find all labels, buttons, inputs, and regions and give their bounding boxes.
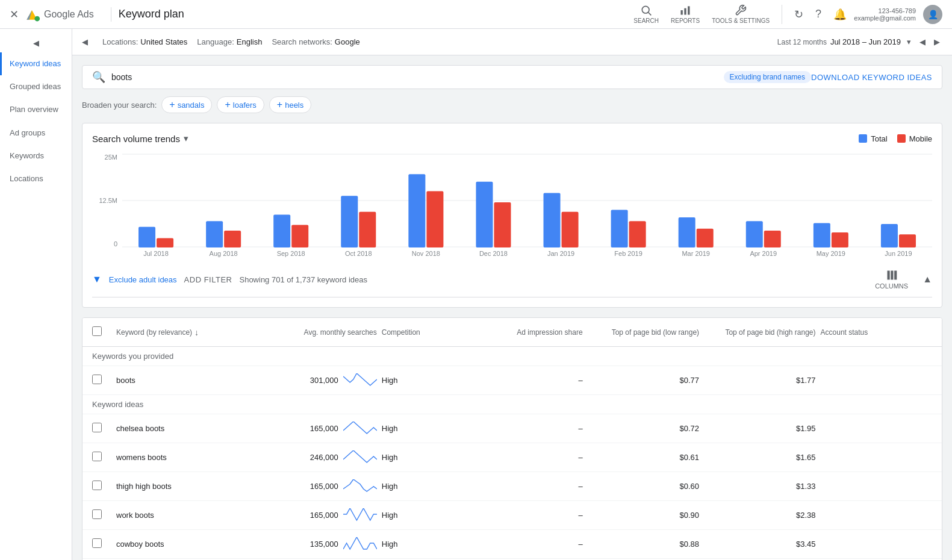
th-top-bid-low[interactable]: Top of page bid (low range) bbox=[588, 328, 704, 337]
row-checkbox[interactable] bbox=[92, 538, 102, 548]
refresh-button[interactable]: ↻ bbox=[789, 3, 808, 26]
row-checkbox[interactable] bbox=[92, 375, 102, 384]
reports-nav-button[interactable]: REPORTS bbox=[666, 2, 705, 26]
chart-title-text: Search volume trends bbox=[92, 134, 180, 144]
search-nav-button[interactable]: SEARCH bbox=[629, 2, 664, 26]
th-keyword[interactable]: Keyword (by relevance) ↓ bbox=[116, 328, 265, 337]
sidebar: ◀ Keyword ideas Grouped ideas Plan overv… bbox=[0, 29, 72, 560]
top-bid-high-cell: $1.77 bbox=[704, 376, 820, 385]
broaden-chip-heels[interactable]: + heels bbox=[269, 96, 311, 113]
chart-legend: Total Mobile bbox=[859, 134, 932, 143]
sidebar-item-keywords[interactable]: Keywords bbox=[0, 145, 72, 167]
competition-cell: High bbox=[382, 482, 471, 491]
top-bid-high-cell: $1.33 bbox=[704, 482, 820, 491]
excluding-badge[interactable]: Excluding brand names bbox=[724, 71, 811, 83]
row-checkbox[interactable] bbox=[92, 452, 102, 461]
competition-cell: High bbox=[382, 511, 471, 520]
collapse-chart-button[interactable]: ▲ bbox=[922, 274, 932, 285]
tools-nav-button[interactable]: TOOLS & SETTINGS bbox=[707, 2, 774, 26]
keyword-cell: thigh high boots bbox=[116, 482, 265, 491]
sparkline bbox=[343, 422, 377, 436]
keyword-search-input[interactable] bbox=[111, 72, 724, 82]
avg-monthly-cell: 135,000 bbox=[265, 537, 381, 552]
account-info: 123-456-789 example@gmail.com bbox=[854, 7, 916, 22]
search-networks-label: Search networks: bbox=[272, 37, 332, 46]
th-account-status[interactable]: Account status bbox=[821, 328, 932, 337]
row-checkbox[interactable] bbox=[92, 423, 102, 432]
row-checkbox[interactable] bbox=[92, 509, 102, 519]
secondary-collapse-button[interactable]: ◀ bbox=[82, 37, 88, 46]
sidebar-item-locations[interactable]: Locations bbox=[0, 167, 72, 190]
avg-monthly-cell: 165,000 bbox=[265, 479, 381, 494]
locations-value: United States bbox=[140, 37, 187, 46]
th-competition[interactable]: Competition bbox=[382, 328, 471, 337]
table-row: cowboy boots 135,000 High – $0.88 $3.45 bbox=[82, 530, 942, 559]
svg-rect-25 bbox=[611, 210, 628, 247]
date-dropdown-button[interactable]: ▾ bbox=[904, 35, 913, 49]
notifications-button[interactable]: 🔔 bbox=[829, 3, 851, 26]
row-checkbox-cell[interactable] bbox=[92, 509, 116, 521]
download-keyword-ideas-button[interactable]: DOWNLOAD KEYWORD IDEAS bbox=[811, 73, 932, 82]
header-checkbox[interactable] bbox=[92, 326, 116, 338]
svg-rect-14 bbox=[224, 231, 241, 247]
svg-line-4 bbox=[649, 13, 652, 16]
row-checkbox-cell[interactable] bbox=[92, 452, 116, 463]
content-area: ◀ Locations: United States Language: Eng… bbox=[72, 29, 952, 560]
sidebar-item-ad-groups[interactable]: Ad groups bbox=[0, 122, 72, 145]
svg-rect-29 bbox=[746, 221, 763, 247]
sidebar-item-grouped-ideas[interactable]: Grouped ideas bbox=[0, 75, 72, 98]
x-label: Dec 2018 bbox=[459, 250, 527, 262]
chart-title-button[interactable]: Search volume trends ▾ bbox=[92, 133, 188, 144]
th-top-bid-high[interactable]: Top of page bid (high range) bbox=[704, 328, 820, 337]
select-all-checkbox[interactable] bbox=[92, 326, 102, 336]
svg-rect-30 bbox=[764, 231, 781, 247]
ad-impression-cell: – bbox=[471, 424, 587, 433]
top-bid-low-cell: $0.90 bbox=[588, 511, 704, 520]
th-ad-impression[interactable]: Ad impression share bbox=[471, 328, 587, 337]
broaden-chip-loafers[interactable]: + loafers bbox=[217, 96, 264, 113]
keyword-cell: boots bbox=[116, 376, 265, 385]
svg-rect-24 bbox=[562, 212, 579, 247]
user-avatar[interactable]: 👤 bbox=[923, 5, 942, 24]
ad-impression-cell: – bbox=[471, 482, 587, 491]
broaden-chip-heels-label: heels bbox=[285, 101, 303, 110]
columns-button[interactable]: COLUMNS bbox=[875, 269, 908, 290]
language-label: Language: bbox=[197, 37, 234, 46]
add-filter-button[interactable]: ADD FILTER bbox=[184, 275, 232, 284]
row-checkbox-cell[interactable] bbox=[92, 538, 116, 550]
top-bid-low-cell: $0.77 bbox=[588, 376, 704, 385]
svg-point-2 bbox=[34, 16, 40, 21]
locations-label: Locations: bbox=[102, 37, 138, 46]
close-button[interactable]: ✕ bbox=[10, 8, 19, 21]
exclude-adult-ideas-button[interactable]: Exclude adult ideas bbox=[109, 275, 177, 284]
th-keyword-label: Keyword (by relevance) bbox=[116, 328, 192, 337]
date-prev-button[interactable]: ◀ bbox=[917, 35, 928, 49]
row-checkbox[interactable] bbox=[92, 481, 102, 490]
sidebar-item-plan-overview[interactable]: Plan overview bbox=[0, 98, 72, 121]
th-avg-monthly[interactable]: Avg. monthly searches bbox=[265, 328, 381, 337]
help-button[interactable]: ? bbox=[810, 3, 826, 25]
row-checkbox-cell[interactable] bbox=[92, 375, 116, 386]
svg-rect-33 bbox=[881, 224, 898, 247]
broaden-chip-sandals[interactable]: + sandals bbox=[161, 96, 212, 113]
legend-mobile-label: Mobile bbox=[909, 134, 932, 143]
svg-rect-22 bbox=[494, 202, 511, 247]
ad-impression-cell: – bbox=[471, 511, 587, 520]
table-row: chelsea boots 165,000 High – $0.72 $1.95 bbox=[82, 414, 942, 443]
date-period: Last 12 months bbox=[777, 38, 827, 46]
legend-mobile-color bbox=[897, 134, 906, 143]
sidebar-item-keyword-ideas[interactable]: Keyword ideas bbox=[0, 52, 72, 75]
th-account-status-label: Account status bbox=[821, 328, 868, 337]
provided-section-header: Keywords you provided bbox=[82, 347, 942, 366]
nav-divider-2 bbox=[782, 5, 782, 24]
columns-label: COLUMNS bbox=[875, 282, 908, 290]
th-top-bid-high-label: Top of page bid (high range) bbox=[725, 328, 815, 337]
keyword-cell: cowboy boots bbox=[116, 540, 265, 549]
avg-monthly-value: 301,000 bbox=[310, 376, 338, 385]
showing-text: Showing 701 of 1,737 keyword ideas bbox=[239, 275, 367, 284]
row-checkbox-cell[interactable] bbox=[92, 423, 116, 434]
row-checkbox-cell[interactable] bbox=[92, 481, 116, 492]
sidebar-collapse-button[interactable]: ◀ bbox=[0, 34, 72, 52]
keyword-cell: work boots bbox=[116, 511, 265, 520]
date-next-button[interactable]: ▶ bbox=[932, 35, 942, 49]
